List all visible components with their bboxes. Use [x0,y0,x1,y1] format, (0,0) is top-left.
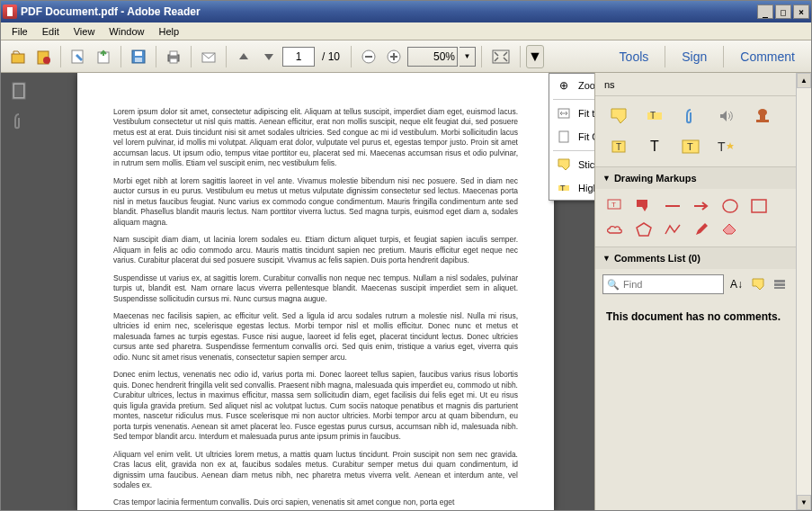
svg-rect-6 [135,51,142,56]
polygon-tool[interactable] [635,221,653,238]
svg-text:T: T [718,139,726,154]
annotation-tools: T T T T T [595,96,796,166]
titlebar: PDF Document.pdf - Adobe Reader _ □ × [1,1,811,22]
svg-rect-42 [774,287,785,289]
dropdown-separator [553,150,594,151]
collapse-icon: ▼ [602,254,611,263]
menu-edit[interactable]: Edit [35,24,67,39]
find-box[interactable]: 🔍 [602,274,724,294]
sticky-note-tool[interactable] [610,107,628,125]
dropdown-label: Zoom In [578,80,594,91]
text-note-tool[interactable]: T [610,138,628,156]
comments-header[interactable]: ▼ Comments List (0) [595,247,796,269]
email-button[interactable] [197,45,220,68]
text-tool[interactable]: T [646,138,664,156]
sort-button[interactable]: A↓ [727,275,745,293]
svg-rect-9 [170,51,177,56]
collapse-icon: ▼ [602,174,611,183]
text-box-tool[interactable]: T [682,138,700,156]
svg-text:T: T [616,142,621,152]
page-number-input[interactable] [282,47,315,67]
tools-link[interactable]: Tools [609,44,660,69]
right-scrollbar[interactable]: ▲ ▼ [796,73,811,510]
zoom-in-button[interactable] [382,45,406,68]
edit-button[interactable] [67,45,90,68]
svg-text:T: T [650,111,656,121]
text-callout-tool[interactable]: T [606,198,624,214]
pdf-page: Lorem ipsum dolor sit amet, consectetur … [77,73,554,510]
menubar: File Edit View Window Help [1,22,811,40]
svg-rect-21 [559,131,568,142]
thumbnails-tab[interactable] [8,80,30,102]
create-pdf-button[interactable] [31,45,55,68]
rectangle-tool[interactable] [750,198,768,214]
zoom-dropdown[interactable]: ▼ [460,47,476,67]
maximize-button[interactable]: □ [775,4,791,19]
page-up-button[interactable] [232,45,255,68]
print-button[interactable] [162,45,185,68]
paragraph: Suspendisse ut varius ex, at sagittis lo… [113,273,518,304]
oval-tool[interactable] [721,198,739,214]
document-view[interactable]: Lorem ipsum dolor sit amet, consectetur … [37,73,594,510]
highlight-tool[interactable]: T [646,107,664,125]
options-button[interactable] [771,275,789,293]
dropdown-highlight[interactable]: T Highlight Text [549,176,594,200]
svg-rect-41 [774,283,785,286]
zoom-out-button[interactable] [357,45,380,68]
minimize-button[interactable]: _ [757,4,773,19]
filter-button[interactable] [749,275,767,293]
dropdown-zoom-in[interactable]: ⊕ Zoom In Ctrl+Plus [549,74,594,97]
arrow-tool[interactable] [692,198,710,214]
paragraph: Nam suscipit diam diam, ut lacinia lorem… [113,235,518,265]
svg-text:T: T [687,141,693,152]
pencil-tool[interactable] [692,221,710,238]
attachments-tab[interactable] [8,111,30,132]
callout-tool[interactable] [635,198,653,214]
polyline-tool[interactable] [664,221,682,238]
section-title: Drawing Markups [614,173,697,184]
attach-tool[interactable] [682,107,700,125]
fit-screen-button[interactable] [487,45,514,68]
svg-rect-19 [14,85,23,97]
menu-window[interactable]: Window [102,24,151,39]
drawing-markups-header[interactable]: ▼ Drawing Markups [595,167,796,189]
audio-tool[interactable] [718,107,736,125]
drawing-markups-section: ▼ Drawing Markups T [595,166,796,247]
dropdown-fit-page[interactable]: Fit One Full Page [549,125,594,148]
svg-point-38 [723,200,737,212]
svg-rect-36 [637,200,647,207]
text-star-tool[interactable]: T [718,138,736,156]
svg-rect-10 [170,58,177,63]
cloud-tool[interactable] [606,221,624,238]
comment-link[interactable]: Comment [729,44,806,69]
zoom-in-icon: ⊕ [557,78,571,93]
zoom-value[interactable]: 50% [407,47,458,67]
export-button[interactable] [92,45,115,68]
eraser-tool[interactable] [721,221,739,238]
dropdown-label: Fit to Width Scrolling [578,108,594,119]
scroll-track[interactable] [797,88,811,495]
annotations-header[interactable]: ns [595,73,796,96]
svg-rect-0 [12,54,24,63]
view-options-dropdown[interactable]: ▼ [526,45,544,68]
open-button[interactable] [6,45,30,68]
svg-text:T: T [560,184,566,193]
paragraph: Maecenas nec facilisis sapien, ac effici… [113,311,518,363]
line-tool[interactable] [664,198,682,214]
close-button[interactable]: × [793,4,809,19]
sign-link[interactable]: Sign [671,44,718,69]
svg-rect-40 [774,280,785,282]
dropdown-fit-width[interactable]: Fit to Width Scrolling [549,102,594,125]
dropdown-sticky-note[interactable]: Sticky Note [549,153,594,176]
scroll-up-button[interactable]: ▲ [797,73,811,88]
scroll-down-button[interactable]: ▼ [797,495,811,510]
menu-view[interactable]: View [67,24,103,39]
paragraph: Aliquam vel enim velit. Ut ultricies lor… [113,450,518,491]
page-down-button[interactable] [257,45,281,68]
save-button[interactable] [127,45,150,68]
stamp-tool[interactable] [754,107,772,125]
menu-help[interactable]: Help [151,24,186,39]
comments-toolbar: 🔍 A↓ [595,269,796,300]
find-input[interactable] [623,279,719,290]
menu-file[interactable]: File [4,24,35,39]
